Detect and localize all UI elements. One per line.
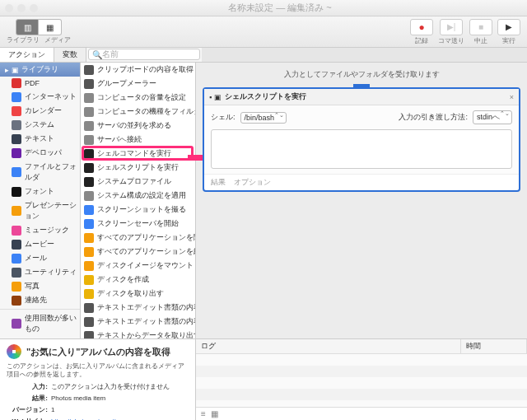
tab-variables[interactable]: 変数	[54, 48, 86, 62]
sidebar-item[interactable]: デベロッパ	[0, 146, 80, 160]
shell-select[interactable]: /bin/bash	[240, 112, 287, 124]
close-dot[interactable]	[5, 4, 13, 12]
action-item[interactable]: テキストエディット書類の内容を設定	[81, 301, 195, 315]
pass-select[interactable]: stdinへ	[473, 110, 512, 124]
media-toggle[interactable]: ▦	[39, 19, 62, 35]
log-icon[interactable]: ≡	[201, 409, 206, 418]
results-tab[interactable]: 結果	[211, 177, 226, 188]
action-item[interactable]: スクリーンショットを撮る	[81, 203, 195, 217]
run-button[interactable]: ▶	[497, 19, 520, 35]
action-item[interactable]: すべてのアプリケーションを終了	[81, 245, 195, 259]
sidebar-item[interactable]: 写真	[0, 279, 80, 293]
action-title: シェルスクリプトを実行	[225, 91, 306, 102]
sidebar-item[interactable]: PDF	[0, 77, 80, 90]
step-button[interactable]: ▶|	[440, 19, 463, 35]
sidebar-item[interactable]: ファイルとフォルダ	[0, 160, 80, 184]
sidebar-smart[interactable]: 使用回数が多いもの	[0, 311, 80, 336]
action-box[interactable]: ▪ ▣ シェルスクリプトを実行 × シェル: /bin/bash 入力の引き渡し…	[203, 87, 520, 192]
action-item[interactable]: クリップボードの内容を取得	[81, 63, 195, 77]
action-item[interactable]: サーバへ接続	[81, 133, 195, 147]
action-item[interactable]: シェルスクリプトを実行	[81, 161, 195, 175]
sidebar-item[interactable]: カレンダー	[0, 104, 80, 118]
info-desc: このアクションは、お気に入りアルバムに含まれるメディア項目への参照を返します。	[7, 362, 189, 380]
close-icon[interactable]: ×	[510, 93, 514, 101]
info-title: "お気に入り"アルバムの内容を取得	[26, 346, 170, 358]
action-icon	[84, 233, 94, 243]
action-icon	[84, 289, 94, 299]
action-icon	[84, 107, 94, 117]
sidebar-item[interactable]: 連絡先	[0, 293, 80, 307]
action-icon	[84, 121, 94, 131]
library-toggle[interactable]: ▥	[16, 19, 39, 35]
record-label: 記録	[415, 36, 428, 45]
action-item[interactable]: シェルコマンドを実行	[81, 147, 195, 161]
grid-icon[interactable]: ▦	[211, 409, 218, 418]
min-dot[interactable]	[17, 4, 26, 12]
search-input[interactable]: 🔍 名前	[88, 49, 200, 60]
action-item[interactable]: コンピュータの音量を設定	[81, 91, 195, 105]
action-icon	[84, 275, 94, 285]
folder-icon	[12, 148, 21, 158]
action-icon	[84, 79, 94, 89]
info-row: Webサイト:https://photosautomation.com	[7, 417, 189, 420]
action-item[interactable]: ディスクを作成	[81, 273, 195, 287]
shell-label: シェル:	[211, 112, 236, 123]
stop-label: 中止	[474, 36, 487, 45]
library-label: ライブラリ	[7, 35, 40, 44]
folder-icon	[12, 167, 21, 177]
action-icon	[84, 163, 94, 173]
action-icon	[84, 191, 94, 201]
sidebar-header[interactable]: ▸ ▣ ライブラリ	[0, 63, 80, 77]
action-icon	[84, 261, 94, 271]
log-col[interactable]: ログ	[196, 339, 461, 353]
script-textarea[interactable]	[211, 129, 512, 169]
sidebar-item[interactable]: ミュージック	[0, 223, 80, 237]
sidebar-item[interactable]: システム	[0, 118, 80, 132]
titlebar: 名称未設定 — 編集済み ~	[0, 0, 527, 16]
sidebar: ▸ ▣ ライブラリ PDFインターネットカレンダーシステムテキストデベロッパファ…	[0, 63, 81, 338]
action-item[interactable]: ディスクを取り出す	[81, 287, 195, 301]
step-label: コマ送り	[438, 36, 464, 45]
info-panel: "お気に入り"アルバムの内容を取得 このアクションは、お気に入りアルバムに含まれ…	[0, 339, 196, 420]
sidebar-item[interactable]: ユーティリティ	[0, 265, 80, 279]
action-item[interactable]: すべてのアプリケーションを隠す	[81, 231, 195, 245]
action-item[interactable]: ディスクイメージをマウント	[81, 259, 195, 273]
sidebar-item[interactable]: プレゼンテーション	[0, 198, 80, 223]
media-label: メディア	[44, 35, 71, 44]
tab-actions[interactable]: アクション	[0, 48, 54, 62]
action-item[interactable]: グループメーラー	[81, 77, 195, 91]
sidebar-item[interactable]: ムービー	[0, 237, 80, 251]
log-panel: ログ 時間 ≡ ▦	[196, 339, 527, 420]
action-item[interactable]: テキストからデータを取り出す	[81, 329, 195, 338]
sidebar-item[interactable]: インターネット	[0, 90, 80, 104]
canvas-hint: 入力としてファイルやフォルダを受け取ります	[196, 63, 527, 86]
window-controls	[5, 4, 38, 12]
sidebar-item[interactable]: フォント	[0, 184, 80, 198]
action-item[interactable]: システム構成の設定を適用	[81, 189, 195, 203]
folder-icon	[12, 268, 21, 278]
options-tab[interactable]: オプション	[234, 177, 271, 188]
time-col[interactable]: 時間	[461, 339, 527, 353]
sidebar-item[interactable]: テキスト	[0, 132, 80, 146]
max-dot[interactable]	[30, 4, 38, 12]
folder-icon	[12, 120, 21, 130]
folder-icon	[12, 134, 21, 144]
smart-icon	[12, 319, 21, 329]
action-item[interactable]: システムプロファイル	[81, 175, 195, 189]
sidebar-smart[interactable]: 最近追加したもの	[0, 336, 80, 338]
stop-button[interactable]: ■	[469, 19, 492, 35]
folder-icon	[12, 254, 21, 264]
sidebar-item[interactable]: メール	[0, 251, 80, 265]
action-icon	[84, 149, 94, 159]
folder-icon	[12, 92, 21, 102]
action-item[interactable]: スクリーンセーバを開始	[81, 217, 195, 231]
folder-icon	[12, 187, 21, 197]
record-button[interactable]: ●	[410, 19, 433, 35]
workflow-canvas[interactable]: 入力としてファイルやフォルダを受け取ります ▪ ▣ シェルスクリプトを実行 × …	[196, 63, 527, 338]
action-item[interactable]: コンピュータの機種をフィルタ	[81, 105, 195, 119]
action-icon	[84, 247, 94, 257]
action-item[interactable]: テキストエディット書類の内容を取得	[81, 315, 195, 329]
action-item[interactable]: サーバの並列を求める	[81, 119, 195, 133]
action-icon	[84, 93, 94, 103]
info-row: バージョン:1	[7, 405, 189, 414]
